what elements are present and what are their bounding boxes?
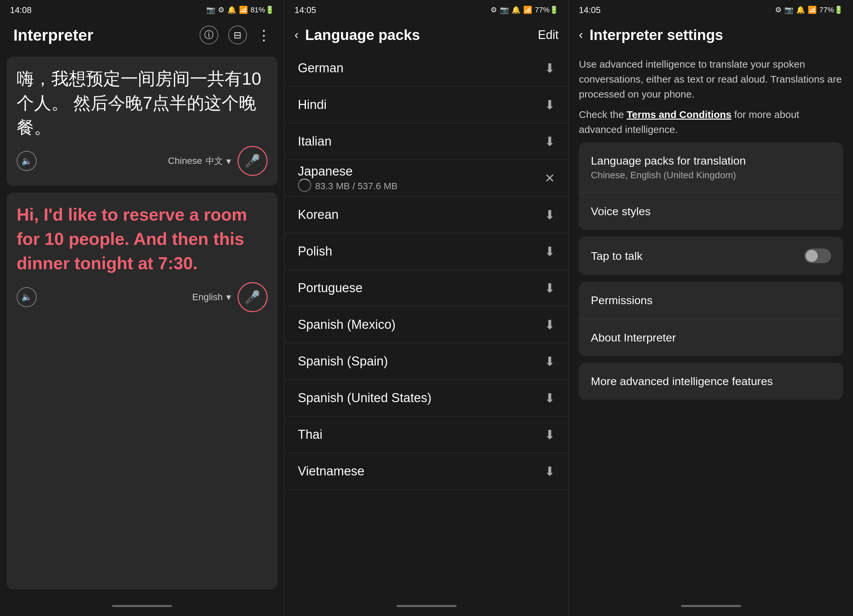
list-item[interactable]: Spanish (Mexico) ⬇ bbox=[285, 306, 569, 343]
english-text: Hi, I'd like to reserve a room for 10 pe… bbox=[17, 203, 267, 275]
home-indicator-3 bbox=[681, 605, 741, 607]
chevron-down-icon-top: ▾ bbox=[226, 156, 231, 167]
status-icons-3: ⚙ 📷 🔔 📶 77%🔋 bbox=[775, 6, 843, 14]
time-1: 14:08 bbox=[10, 5, 32, 15]
download-icon[interactable]: ⬇ bbox=[545, 61, 555, 76]
english-lang-label: English bbox=[192, 292, 223, 302]
list-item-japanese[interactable]: Japanese 83.3 MB / 537.6 MB ✕ bbox=[285, 160, 569, 197]
language-list: German ⬇ Hindi ⬇ Italian ⬇ Japanese 83.3… bbox=[285, 50, 569, 596]
download-icon[interactable]: ⬇ bbox=[545, 244, 555, 259]
speaker-btn-top[interactable]: 🔈 bbox=[17, 151, 36, 171]
list-item[interactable]: Spanish (United States) ⬇ bbox=[285, 380, 569, 416]
list-item[interactable]: Spanish (Spain) ⬇ bbox=[285, 343, 569, 380]
chinese-text: 嗨，我想预定一间房间一共有10个人。 然后今晚7点半的这个晚餐。 bbox=[17, 67, 267, 139]
download-icon[interactable]: ⬇ bbox=[545, 208, 555, 222]
tap-to-talk-toggle[interactable] bbox=[804, 249, 831, 263]
list-item[interactable]: Polish ⬇ bbox=[285, 233, 569, 270]
more-icon[interactable]: ⋮ bbox=[257, 27, 271, 43]
list-item[interactable]: Hindi ⬇ bbox=[285, 86, 569, 123]
edit-button[interactable]: Edit bbox=[538, 28, 559, 42]
status-bar-3: 14:05 ⚙ 📷 🔔 📶 77%🔋 bbox=[569, 0, 853, 20]
layout-icon[interactable]: ⊟ bbox=[228, 26, 247, 44]
chinese-conversation-box: 嗨，我想预定一间房间一共有10个人。 然后今晚7点半的这个晚餐。 🔈 Chine… bbox=[7, 57, 278, 186]
chinese-lang-label: Chinese bbox=[168, 156, 202, 166]
panel-language-packs: 14:05 ⚙ 📷 🔔 📶 77%🔋 ‹ Language packs Edit… bbox=[285, 0, 569, 616]
panel-interpreter-settings: 14:05 ⚙ 📷 🔔 📶 77%🔋 ‹ Interpreter setting… bbox=[569, 0, 853, 616]
header-icons: ⓘ ⊟ ⋮ bbox=[200, 26, 271, 44]
speaker-btn-bottom[interactable]: 🔈 bbox=[17, 287, 36, 307]
home-indicator-1 bbox=[112, 605, 172, 607]
download-icon[interactable]: ⬇ bbox=[545, 281, 555, 296]
nav-bar-2 bbox=[285, 599, 569, 613]
tap-to-talk-setting: Tap to talk bbox=[579, 237, 843, 275]
status-icons-1: 📷 ⚙ 🔔 📶 81%🔋 bbox=[206, 6, 274, 14]
voice-styles-title: Voice styles bbox=[591, 205, 831, 218]
more-features-card[interactable]: More advanced intelligence features bbox=[579, 363, 843, 400]
permissions-title: Permissions bbox=[591, 294, 831, 307]
language-packs-setting-title: Language packs for translation bbox=[591, 154, 831, 167]
language-packs-title: Language packs bbox=[305, 27, 531, 43]
permissions-about-card: Permissions About Interpreter bbox=[579, 282, 843, 356]
language-packs-card[interactable]: Language packs for translation Chinese, … bbox=[579, 142, 843, 230]
time-2: 14:05 bbox=[294, 5, 316, 15]
language-packs-setting-sub: Chinese, English (United Kingdom) bbox=[591, 170, 831, 181]
permissions-setting[interactable]: Permissions bbox=[579, 282, 843, 319]
download-icon[interactable]: ⬇ bbox=[545, 134, 555, 149]
terms-link[interactable]: Terms and Conditions bbox=[627, 109, 732, 120]
download-icon[interactable]: ⬇ bbox=[545, 317, 555, 332]
download-icon[interactable]: ⬇ bbox=[545, 354, 555, 369]
download-icon[interactable]: ⬇ bbox=[545, 428, 555, 442]
download-icon[interactable]: ⬇ bbox=[545, 464, 555, 479]
settings-header: ‹ Interpreter settings bbox=[569, 20, 853, 50]
nav-bar-1 bbox=[0, 599, 284, 613]
list-item[interactable]: Korean ⬇ bbox=[285, 197, 569, 233]
more-features-title: More advanced intelligence features bbox=[591, 375, 831, 388]
download-icon[interactable]: ⬇ bbox=[545, 98, 555, 112]
back-button-3[interactable]: ‹ bbox=[579, 28, 583, 42]
tap-to-talk-card: Tap to talk bbox=[579, 237, 843, 275]
settings-description: Use advanced intelligence to translate y… bbox=[579, 57, 843, 102]
panel-interpreter: 14:08 📷 ⚙ 🔔 📶 81%🔋 Interpreter ⓘ ⊟ ⋮ 嗨，我… bbox=[0, 0, 285, 616]
chinese-footer: 🔈 Chinese 中文 ▾ 🎤 bbox=[17, 146, 267, 176]
language-packs-header: ‹ Language packs Edit bbox=[285, 20, 569, 50]
settings-content: Use advanced intelligence to translate y… bbox=[569, 50, 853, 596]
info-icon[interactable]: ⓘ bbox=[200, 26, 218, 44]
status-icons-2: ⚙ 📷 🔔 📶 77%🔋 bbox=[490, 6, 559, 14]
list-item[interactable]: Vietnamese ⬇ bbox=[285, 453, 569, 490]
status-bar-1: 14:08 📷 ⚙ 🔔 📶 81%🔋 bbox=[0, 0, 284, 20]
about-setting[interactable]: About Interpreter bbox=[579, 319, 843, 356]
settings-terms: Check the Terms and Conditions for more … bbox=[579, 107, 843, 137]
progress-ring bbox=[298, 179, 311, 192]
chinese-lang-sub: 中文 bbox=[206, 155, 223, 167]
status-bar-2: 14:05 ⚙ 📷 🔔 📶 77%🔋 bbox=[285, 0, 569, 20]
list-item[interactable]: Thai ⬇ bbox=[285, 416, 569, 453]
interpreter-header: Interpreter ⓘ ⊟ ⋮ bbox=[0, 20, 284, 50]
interpreter-title: Interpreter bbox=[13, 26, 93, 44]
voice-styles-setting[interactable]: Voice styles bbox=[579, 193, 843, 230]
close-icon[interactable]: ✕ bbox=[545, 171, 555, 185]
tap-to-talk-title: Tap to talk bbox=[591, 250, 642, 262]
home-indicator-2 bbox=[396, 605, 457, 607]
mic-btn-bottom[interactable]: 🎤 bbox=[238, 282, 267, 312]
english-lang-selector[interactable]: English ▾ bbox=[192, 291, 231, 302]
about-title: About Interpreter bbox=[591, 331, 831, 344]
nav-bar-3 bbox=[569, 599, 853, 613]
english-footer: 🔈 English ▾ 🎤 bbox=[17, 282, 267, 312]
chevron-down-icon-bottom: ▾ bbox=[226, 291, 231, 302]
language-packs-setting[interactable]: Language packs for translation Chinese, … bbox=[579, 142, 843, 193]
time-3: 14:05 bbox=[579, 5, 600, 15]
list-item[interactable]: German ⬇ bbox=[285, 50, 569, 86]
back-button-2[interactable]: ‹ bbox=[294, 28, 299, 42]
english-conversation-box: Hi, I'd like to reserve a room for 10 pe… bbox=[7, 193, 278, 589]
list-item[interactable]: Italian ⬇ bbox=[285, 123, 569, 160]
list-item[interactable]: Portuguese ⬇ bbox=[285, 270, 569, 306]
chinese-lang-selector[interactable]: Chinese 中文 ▾ bbox=[168, 155, 231, 167]
download-icon[interactable]: ⬇ bbox=[545, 391, 555, 405]
interpreter-settings-title: Interpreter settings bbox=[589, 27, 723, 43]
mic-btn-top[interactable]: 🎤 bbox=[238, 146, 267, 176]
toggle-thumb bbox=[806, 250, 818, 262]
